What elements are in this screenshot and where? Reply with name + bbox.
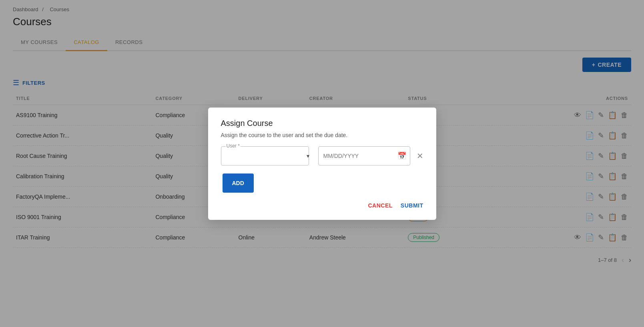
add-button-row: ADD (221, 173, 423, 193)
add-button[interactable]: ADD (223, 173, 254, 193)
page-wrapper: Dashboard / Courses Courses MY COURSES C… (0, 0, 644, 327)
date-field-group: 📅 (318, 146, 410, 165)
user-label: User * (226, 143, 241, 149)
modal-backdrop: Assign Course Assign the course to the u… (0, 0, 644, 327)
calendar-icon[interactable]: 📅 (397, 152, 406, 160)
clear-icon[interactable]: ✕ (417, 151, 423, 161)
modal-title: Assign Course (221, 119, 423, 128)
modal-description: Assign the course to the user and set th… (221, 132, 423, 138)
submit-button[interactable]: SUBMIT (401, 202, 423, 209)
assign-course-modal: Assign Course Assign the course to the u… (208, 108, 436, 220)
user-select[interactable] (221, 146, 309, 165)
modal-fields: User * ▾ 📅 ✕ (221, 146, 423, 165)
user-field-group: User * ▾ (221, 146, 313, 165)
cancel-button[interactable]: CANCEL (368, 202, 392, 209)
date-input[interactable] (318, 146, 410, 165)
modal-footer: CANCEL SUBMIT (221, 202, 423, 209)
